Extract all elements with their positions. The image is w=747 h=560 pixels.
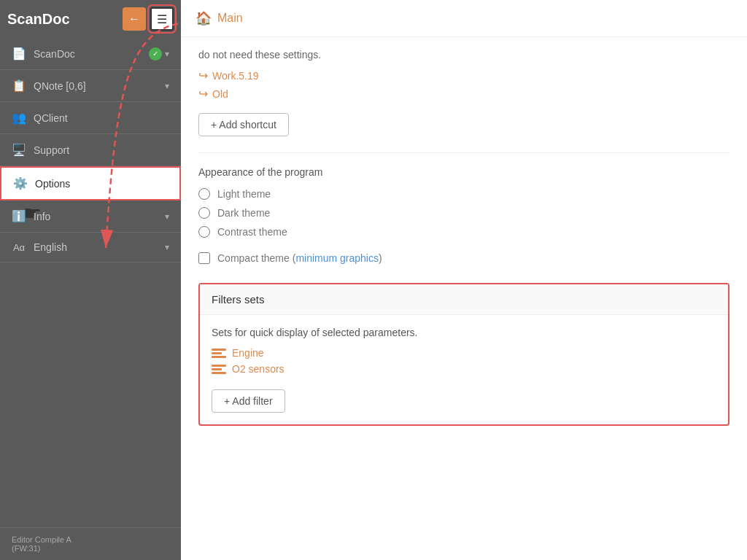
sidebar-item-label: QClient: [34, 112, 169, 124]
light-theme-radio[interactable]: [198, 188, 210, 200]
filters-panel-title: Filters sets: [200, 284, 728, 315]
compact-link[interactable]: minimum graphics: [295, 252, 379, 264]
main-header: 🏠 Main: [181, 0, 747, 37]
sidebar-item-label: Support: [34, 144, 169, 156]
intro-text: do not need these settings.: [198, 37, 729, 66]
support-icon: 🖥️: [12, 143, 26, 157]
shortcut-label: Work.5.19: [212, 70, 259, 82]
sidebar-item-scandoc[interactable]: 📄 ScanDoc ✓ ▾: [0, 38, 181, 70]
shortcut-work[interactable]: ↪ Work.5.19: [198, 66, 729, 85]
sidebar-item-options[interactable]: ⚙️ Options ☛: [0, 166, 181, 201]
menu-button[interactable]: ☰: [150, 7, 174, 31]
sidebar-item-info[interactable]: ℹ️ Info ▾: [0, 201, 181, 233]
app-logo: ScanDoc: [7, 11, 70, 28]
footer-text: Editor Compile A(FW:31): [12, 535, 71, 553]
chevron-down-icon: ▾: [165, 49, 169, 59]
sidebar-footer: Editor Compile A(FW:31): [0, 527, 181, 560]
sidebar-nav: 📄 ScanDoc ✓ ▾ 📋 QNote [0,6] ▾ 👥 QClient …: [0, 38, 181, 527]
sidebar: ScanDoc ← ☰ 📄 ScanDoc ✓ ▾ 📋 QNote [0,6] …: [0, 0, 181, 560]
filters-description: Sets for quick display of selected param…: [212, 327, 716, 338]
add-shortcut-button[interactable]: + Add shortcut: [198, 113, 289, 136]
shortcut-label: Old: [212, 88, 228, 100]
header-buttons: ← ☰: [123, 7, 174, 31]
chevron-down-icon: ▾: [165, 81, 169, 91]
light-theme-label: Light theme: [217, 188, 271, 200]
compact-label: Compact theme (minimum graphics): [217, 252, 382, 264]
filter-label: O2 sensors: [232, 363, 285, 375]
dark-theme-label: Dark theme: [217, 207, 270, 219]
dark-theme-option[interactable]: Dark theme: [198, 207, 729, 219]
sidebar-item-label: QNote [0,6]: [34, 80, 165, 92]
sidebar-header: ScanDoc ← ☰: [0, 0, 181, 38]
filter-icon: [212, 365, 226, 374]
filters-panel-body: Sets for quick display of selected param…: [200, 315, 728, 424]
contrast-theme-option[interactable]: Contrast theme: [198, 226, 729, 238]
light-theme-option[interactable]: Light theme: [198, 188, 729, 200]
language-icon: Aα: [12, 242, 26, 253]
chevron-down-icon: ▾: [165, 211, 169, 222]
shortcut-old[interactable]: ↪ Old: [198, 85, 729, 103]
compact-theme-option[interactable]: Compact theme (minimum graphics): [198, 245, 729, 271]
back-button[interactable]: ←: [123, 7, 146, 31]
sidebar-item-label: ScanDoc: [34, 48, 149, 60]
main-body: do not need these settings. ↪ Work.5.19 …: [181, 37, 747, 560]
arrow-icon: ↪: [198, 69, 208, 82]
arrow-icon: ↪: [198, 87, 208, 101]
chevron-down-icon: ▾: [165, 242, 169, 252]
contrast-theme-radio[interactable]: [198, 226, 210, 238]
appearance-title: Appearance of the program: [198, 166, 729, 178]
compact-theme-checkbox[interactable]: [198, 252, 210, 264]
divider: [198, 152, 729, 153]
scandoc-icon: 📄: [12, 47, 26, 61]
sidebar-item-qclient[interactable]: 👥 QClient: [0, 102, 181, 134]
filter-item-engine[interactable]: Engine: [212, 347, 716, 359]
theme-radio-group: Light theme Dark theme Contrast theme: [198, 188, 729, 238]
qclient-icon: 👥: [12, 111, 26, 125]
info-icon: ℹ️: [12, 209, 26, 223]
appearance-section: Appearance of the program Light theme Da…: [198, 159, 729, 245]
add-filter-label: + Add filter: [224, 395, 273, 407]
qnote-icon: 📋: [12, 79, 26, 93]
sidebar-item-label: Info: [34, 211, 165, 222]
breadcrumb: Main: [217, 12, 243, 25]
main-content: 🏠 Main do not need these settings. ↪ Wor…: [181, 0, 747, 560]
filter-item-o2sensors[interactable]: O2 sensors: [212, 363, 716, 375]
filter-label: Engine: [232, 347, 264, 359]
filters-panel: Filters sets Sets for quick display of s…: [198, 283, 729, 426]
contrast-theme-label: Contrast theme: [217, 226, 287, 238]
sidebar-item-label: Options: [35, 178, 168, 190]
scandoc-badge: ✓: [149, 47, 162, 61]
dark-theme-radio[interactable]: [198, 207, 210, 219]
add-shortcut-label: + Add shortcut: [211, 119, 276, 131]
sidebar-item-support[interactable]: 🖥️ Support: [0, 134, 181, 166]
sidebar-item-qnote[interactable]: 📋 QNote [0,6] ▾: [0, 70, 181, 102]
home-icon: 🏠: [196, 10, 212, 26]
sidebar-item-english[interactable]: Aα English ▾: [0, 233, 181, 262]
options-icon: ⚙️: [13, 176, 28, 190]
filter-icon: [212, 349, 226, 358]
add-filter-button[interactable]: + Add filter: [212, 389, 285, 413]
sidebar-item-label: English: [34, 241, 165, 253]
